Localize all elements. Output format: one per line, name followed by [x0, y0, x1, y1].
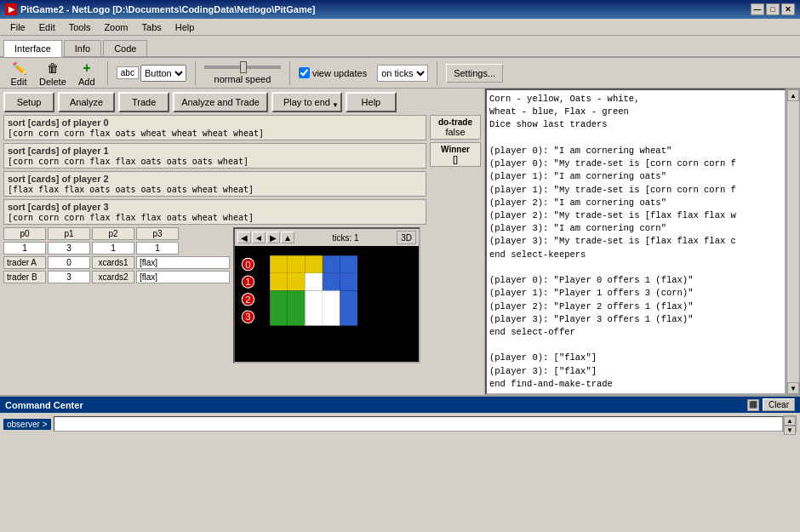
- threed-button[interactable]: 3D: [397, 231, 416, 244]
- on-ticks-wrap: on ticks: [377, 65, 428, 82]
- play-to-end-button[interactable]: Play to end ▼: [271, 92, 342, 112]
- svg-rect-3: [305, 255, 323, 273]
- toolbar-separator-2: [195, 61, 196, 85]
- winner-value: []: [434, 154, 477, 164]
- widget-abc-label: abc: [117, 66, 139, 79]
- view-left-button[interactable]: ◄: [252, 232, 266, 243]
- add-label: Add: [78, 77, 95, 87]
- menu-file[interactable]: File: [3, 20, 32, 34]
- delete-button[interactable]: 🗑 Delete: [36, 58, 70, 89]
- p2-label: p2: [92, 227, 134, 240]
- svg-text:2: 2: [245, 295, 250, 305]
- observer-label: observer >: [3, 419, 51, 430]
- trader-b-value: 3: [48, 271, 90, 283]
- tab-info[interactable]: Info: [64, 40, 101, 56]
- p1-label: p1: [48, 227, 90, 240]
- left-panel: Setup Analyze Trade Analyze and Trade Pl…: [0, 89, 484, 395]
- widget-type-selector[interactable]: abc Button: [117, 65, 186, 82]
- speed-label: normal speed: [214, 74, 271, 84]
- setup-button[interactable]: Setup: [3, 92, 54, 112]
- svg-text:1: 1: [245, 277, 250, 287]
- tab-interface[interactable]: Interface: [3, 40, 62, 57]
- p0-value: 1: [3, 242, 46, 255]
- player-list: sort [cards] of player 0 [corn corn corn…: [3, 115, 426, 225]
- p3-label: p3: [136, 227, 179, 240]
- titlebar: ▶ PitGame2 - NetLogo [D:\Documents\Codin…: [0, 0, 800, 19]
- widget-type-dropdown[interactable]: Button: [140, 65, 186, 82]
- add-button[interactable]: + Add: [75, 58, 99, 89]
- player-1-content: [corn corn corn flax flax oats oats oats…: [8, 157, 422, 166]
- analyze-button[interactable]: Analyze: [58, 92, 115, 112]
- player-2-box: sort [cards] of player 2 [flax flax flax…: [3, 171, 426, 197]
- player-info-section: sort [cards] of player 0 [corn corn corn…: [3, 115, 481, 225]
- xcards2-label: xcards2: [92, 271, 134, 283]
- do-trade-label: do-trade: [434, 117, 477, 127]
- trade-button[interactable]: Trade: [118, 92, 169, 112]
- xcards1-value: [flax]: [136, 256, 230, 269]
- app-icon: ▶: [5, 3, 17, 15]
- player-0-content: [corn corn corn flax oats wheat wheat wh…: [8, 129, 422, 138]
- settings-button[interactable]: Settings...: [446, 64, 503, 83]
- svg-rect-12: [288, 290, 306, 308]
- menu-edit[interactable]: Edit: [32, 20, 62, 34]
- analyze-and-trade-button[interactable]: Analyze and Trade: [173, 92, 268, 112]
- trader-b-row: trader B 3 xcards2 [flax]: [3, 271, 230, 283]
- speed-slider[interactable]: [204, 61, 281, 73]
- p3-value: 1: [136, 242, 179, 255]
- output-wrapper: Corn - yellow, Oats - white, Wheat - blu…: [484, 89, 786, 395]
- svg-text:0: 0: [245, 260, 250, 270]
- cmd-scroll-down[interactable]: ▼: [784, 426, 796, 435]
- command-center-header: Command Center ⬛ Clear: [0, 397, 800, 413]
- titlebar-left: ▶ PitGame2 - NetLogo [D:\Documents\Codin…: [5, 3, 316, 15]
- side-column: do-trade false Winner []: [430, 115, 481, 225]
- view-updates-checkbox[interactable]: [299, 67, 310, 78]
- minimize-button[interactable]: —: [751, 3, 764, 15]
- menu-tabs[interactable]: Tabs: [135, 20, 169, 34]
- player-0-box: sort [cards] of player 0 [corn corn corn…: [3, 115, 426, 140]
- trader-a-label: trader A: [3, 256, 46, 269]
- maximize-button[interactable]: □: [766, 3, 780, 15]
- tab-code[interactable]: Code: [103, 40, 147, 56]
- menu-tools[interactable]: Tools: [62, 20, 98, 34]
- command-input[interactable]: [54, 416, 783, 432]
- svg-rect-4: [323, 255, 340, 273]
- svg-rect-6: [270, 273, 288, 291]
- scroll-down-button[interactable]: ▼: [787, 382, 799, 394]
- player-0-title: sort [cards] of player 0: [8, 117, 422, 128]
- edit-button[interactable]: ✏️ Edit: [7, 58, 31, 89]
- clear-button[interactable]: Clear: [763, 398, 795, 411]
- player-3-content: [corn corn corn flax flax flax oats whea…: [8, 213, 422, 222]
- cmd-scroll-up[interactable]: ▲: [784, 416, 796, 426]
- view-reset-button[interactable]: ◀: [237, 232, 251, 243]
- view-up-button[interactable]: ▲: [281, 232, 294, 243]
- svg-rect-7: [288, 273, 306, 291]
- command-center-title: Command Center: [5, 400, 83, 410]
- view-nav-buttons: ◀ ◄ ▶ ▲: [237, 232, 294, 243]
- svg-rect-1: [270, 255, 288, 273]
- output-scrollbar[interactable]: ▲ ▼: [786, 89, 800, 395]
- trader-a-value: 0: [48, 256, 90, 269]
- svg-rect-18: [305, 308, 323, 326]
- do-trade-box: do-trade false: [430, 115, 481, 140]
- winner-label: Winner: [434, 145, 477, 154]
- p0-label: p0: [3, 227, 46, 240]
- toolbar: ✏️ Edit 🗑 Delete + Add abc Button normal…: [0, 58, 800, 89]
- slider-thumb[interactable]: [240, 61, 247, 73]
- game-board-svg: 0 1 2 3: [235, 246, 419, 362]
- view-right-button[interactable]: ▶: [266, 232, 280, 243]
- player-2-title: sort [cards] of player 2: [8, 174, 422, 184]
- add-icon: +: [78, 60, 95, 77]
- player-1-box: sort [cards] of player 1 [corn corn corn…: [3, 143, 426, 169]
- edit-icon: ✏️: [10, 60, 27, 77]
- menu-help[interactable]: Help: [169, 20, 202, 34]
- menu-zoom[interactable]: Zoom: [97, 20, 134, 34]
- p2-value: 1: [92, 242, 134, 255]
- scroll-up-button[interactable]: ▲: [787, 89, 799, 101]
- on-ticks-select[interactable]: on ticks: [377, 65, 428, 82]
- command-scrollbar[interactable]: ▲ ▼: [783, 415, 797, 432]
- close-button[interactable]: ✕: [781, 3, 795, 15]
- cc-expand-button[interactable]: ⬛: [747, 399, 759, 411]
- command-center-actions: ⬛ Clear: [747, 398, 795, 411]
- help-button[interactable]: Help: [346, 92, 397, 112]
- svg-rect-11: [270, 290, 288, 308]
